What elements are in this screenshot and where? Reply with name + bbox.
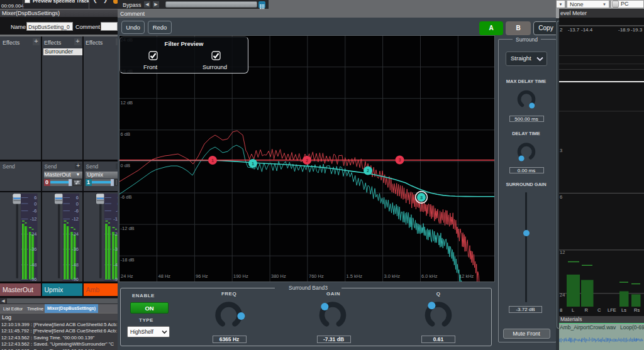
- svg-text:-18.9: -18.9: [618, 27, 630, 33]
- svg-text:-24: -24: [113, 231, 118, 237]
- svg-text:1.5 kHz: 1.5 kHz: [347, 273, 363, 279]
- svg-text:0 dB: 0 dB: [121, 163, 130, 168]
- svg-text:-24: -24: [72, 231, 79, 237]
- svg-text:-36: -36: [113, 246, 118, 252]
- svg-text:96 Hz: 96 Hz: [196, 273, 208, 279]
- svg-text:-48: -48: [30, 262, 37, 268]
- svg-text:1: 1: [252, 161, 254, 167]
- svg-text:-48: -48: [72, 262, 79, 268]
- svg-text:380 Hz: 380 Hz: [271, 273, 286, 279]
- svg-text:-6: -6: [74, 208, 79, 214]
- svg-text:6: 6: [76, 195, 79, 200]
- svg-text:Ls: Ls: [621, 307, 626, 313]
- svg-text:-19.3: -19.3: [631, 27, 643, 33]
- svg-text:-24: -24: [30, 231, 37, 237]
- svg-text:2: 2: [306, 158, 308, 163]
- svg-text:-12 dB: -12 dB: [121, 226, 135, 231]
- svg-text:LFE: LFE: [608, 307, 616, 313]
- svg-text:-96: -96: [30, 276, 37, 282]
- svg-text:R: R: [585, 307, 589, 313]
- svg-text:2: 2: [367, 168, 369, 173]
- svg-text:6: 6: [34, 195, 36, 200]
- svg-text:C: C: [597, 307, 601, 313]
- svg-text:0: 0: [34, 201, 36, 207]
- svg-text:-36: -36: [72, 246, 79, 252]
- svg-text:3.0 kHz: 3.0 kHz: [384, 273, 401, 279]
- svg-text:6: 6: [560, 194, 562, 200]
- svg-text:-14.4: -14.4: [581, 27, 593, 33]
- svg-text:24: 24: [560, 292, 565, 298]
- svg-text:3: 3: [560, 148, 562, 153]
- svg-text:-13.7: -13.7: [568, 27, 580, 33]
- svg-text:Rs: Rs: [634, 307, 640, 313]
- svg-text:-96: -96: [113, 276, 118, 282]
- svg-text:-48: -48: [113, 262, 118, 268]
- svg-text:3: 3: [398, 157, 401, 163]
- svg-text:190 Hz: 190 Hz: [233, 273, 248, 279]
- svg-text:12 dB: 12 dB: [121, 100, 133, 106]
- svg-text:8: 8: [560, 307, 562, 313]
- svg-text:760 Hz: 760 Hz: [309, 273, 324, 279]
- svg-text:24 Hz: 24 Hz: [121, 273, 133, 279]
- svg-text:-12: -12: [113, 216, 118, 222]
- svg-text:-12: -12: [72, 216, 79, 222]
- svg-text:-12: -12: [30, 216, 37, 222]
- svg-text:-6: -6: [33, 208, 37, 214]
- svg-text:2: 2: [560, 27, 563, 33]
- svg-text:-96: -96: [72, 276, 79, 282]
- svg-text:-6 dB: -6 dB: [121, 194, 132, 200]
- svg-text:3: 3: [420, 195, 423, 200]
- svg-text:1: 1: [211, 158, 214, 163]
- svg-text:-18 dB: -18 dB: [121, 257, 135, 263]
- svg-text:L: L: [572, 307, 574, 313]
- svg-text:48 Hz: 48 Hz: [158, 273, 171, 279]
- svg-text:6 dB: 6 dB: [121, 131, 130, 137]
- svg-text:6.0 kHz: 6.0 kHz: [421, 273, 438, 279]
- svg-text:-36: -36: [30, 246, 37, 252]
- svg-text:0: 0: [76, 201, 79, 207]
- svg-text:12: 12: [560, 249, 565, 255]
- svg-text:12 kHz: 12 kHz: [459, 273, 474, 279]
